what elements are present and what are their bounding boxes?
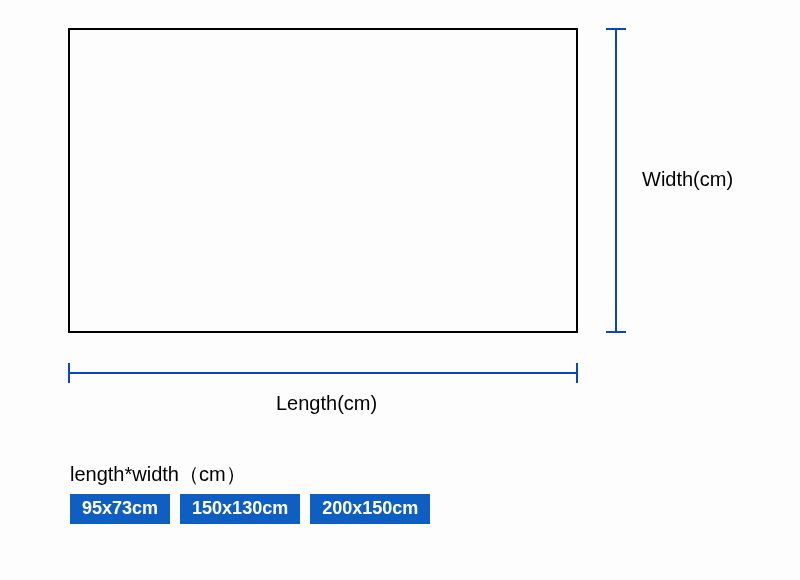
dimension-diagram: Width(cm) Length(cm) length*width（cm） 95… (0, 0, 800, 580)
width-label: Width(cm) (642, 168, 733, 191)
size-option: 95x73cm (70, 494, 170, 524)
sizes-heading: length*width（cm） (70, 461, 246, 488)
length-dimension-line (68, 372, 578, 374)
product-rectangle (68, 28, 578, 333)
length-label: Length(cm) (276, 392, 377, 415)
size-options: 95x73cm 150x130cm 200x150cm (70, 494, 430, 524)
size-option: 200x150cm (310, 494, 430, 524)
size-option: 150x130cm (180, 494, 300, 524)
width-dimension-line (615, 28, 617, 333)
